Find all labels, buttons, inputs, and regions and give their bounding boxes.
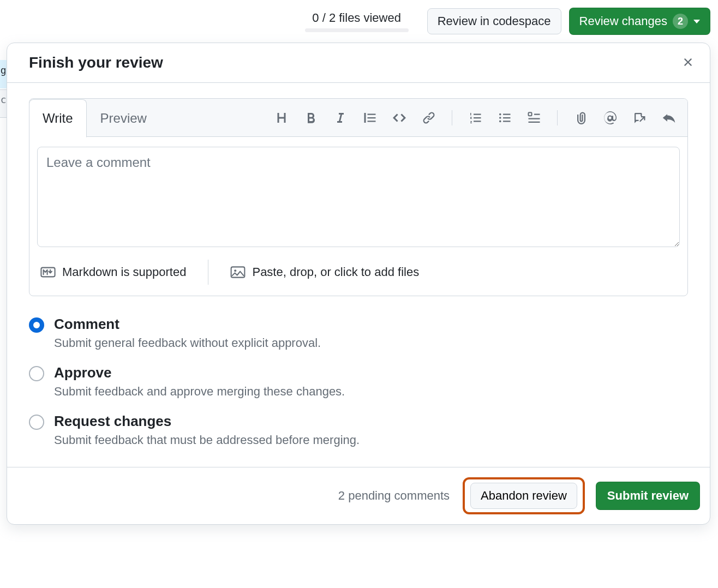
link-icon[interactable]	[422, 111, 435, 124]
cross-reference-icon[interactable]	[633, 111, 646, 124]
diff-fragment-1: ng	[0, 64, 7, 76]
radio-indicator	[29, 366, 44, 381]
task-list-icon[interactable]	[528, 111, 541, 124]
svg-point-1	[499, 117, 501, 119]
radio-request-changes-desc: Submit feedback that must be addressed b…	[54, 433, 360, 447]
svg-point-2	[499, 120, 501, 122]
svg-rect-5	[231, 267, 245, 277]
comment-textarea[interactable]	[37, 147, 680, 247]
abandon-review-label: Abandon review	[481, 489, 567, 502]
files-viewed-counter: 0 / 2 files viewed	[305, 11, 409, 32]
reply-icon[interactable]	[662, 111, 675, 124]
svg-point-0	[499, 113, 501, 115]
code-icon[interactable]	[393, 111, 406, 124]
abandon-highlight: Abandon review	[463, 477, 585, 514]
close-button[interactable]	[681, 56, 695, 70]
ordered-list-icon[interactable]	[469, 111, 482, 124]
tab-preview[interactable]: Preview	[87, 99, 160, 137]
attach-files-label: Paste, drop, or click to add files	[252, 265, 419, 279]
mention-icon[interactable]	[603, 111, 617, 124]
radio-indicator	[29, 415, 44, 430]
attach-files-link[interactable]: Paste, drop, or click to add files	[230, 265, 419, 279]
review-type-radios: Comment Submit general feedback without …	[29, 316, 688, 447]
caret-down-icon	[693, 20, 700, 23]
review-changes-label: Review changes	[579, 14, 667, 28]
tab-write[interactable]: Write	[29, 99, 87, 137]
toolbar-separator	[452, 110, 452, 125]
radio-comment-label: Comment	[54, 316, 321, 333]
review-in-codespace-button[interactable]: Review in codespace	[427, 8, 561, 34]
finish-review-dropdown: Finish your review Write Preview	[7, 43, 710, 525]
radio-request-changes[interactable]: Request changes Submit feedback that mus…	[29, 413, 688, 447]
svg-point-6	[235, 269, 237, 272]
radio-indicator	[29, 317, 44, 333]
markdown-supported-link[interactable]: Markdown is supported	[40, 265, 186, 279]
dropdown-title: Finish your review	[29, 54, 163, 71]
heading-icon[interactable]	[275, 111, 288, 124]
image-icon	[230, 266, 246, 278]
bold-icon[interactable]	[304, 111, 318, 124]
files-viewed-text: 0 / 2 files viewed	[312, 11, 401, 25]
radio-comment[interactable]: Comment Submit general feedback without …	[29, 316, 688, 350]
toolbar-separator	[557, 110, 558, 125]
quote-icon[interactable]	[363, 111, 376, 124]
pending-count-badge: 2	[673, 14, 688, 29]
footer-separator	[208, 260, 208, 285]
review-in-codespace-label: Review in codespace	[438, 14, 551, 28]
submit-review-label: Submit review	[607, 489, 689, 502]
pending-comments-text: 2 pending comments	[338, 489, 450, 503]
radio-comment-desc: Submit general feedback without explicit…	[54, 336, 321, 350]
comment-editor: Write Preview	[29, 98, 688, 296]
tab-write-label: Write	[43, 111, 73, 126]
files-viewed-progress	[305, 28, 409, 32]
radio-approve-label: Approve	[54, 364, 345, 381]
radio-approve[interactable]: Approve Submit feedback and approve merg…	[29, 364, 688, 399]
italic-icon[interactable]	[334, 111, 347, 124]
svg-rect-3	[529, 112, 532, 116]
tab-preview-label: Preview	[100, 111, 147, 126]
attach-icon[interactable]	[574, 111, 587, 124]
radio-request-changes-label: Request changes	[54, 413, 360, 430]
radio-approve-desc: Submit feedback and approve merging thes…	[54, 385, 345, 399]
review-changes-button[interactable]: Review changes 2	[569, 8, 710, 35]
markdown-supported-label: Markdown is supported	[62, 265, 186, 279]
submit-review-button[interactable]: Submit review	[596, 482, 700, 510]
diff-fragment-2: 'c	[0, 94, 7, 105]
abandon-review-button[interactable]: Abandon review	[470, 483, 577, 509]
markdown-icon	[40, 266, 56, 278]
close-icon	[681, 56, 695, 69]
unordered-list-icon[interactable]	[498, 111, 511, 124]
